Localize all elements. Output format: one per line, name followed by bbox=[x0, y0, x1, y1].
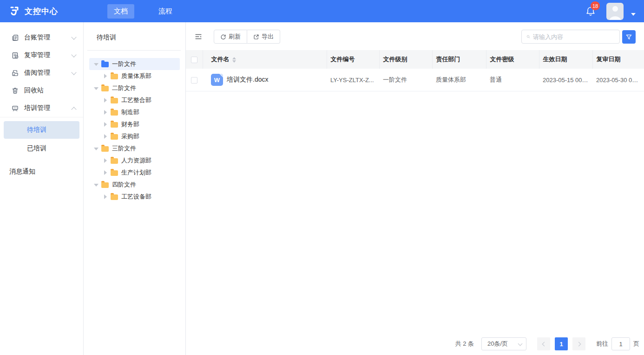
sidebar-item-ledger[interactable]: 台账管理 bbox=[0, 29, 83, 46]
top-nav: 文档 流程 bbox=[107, 4, 179, 19]
tree-node-label: 一阶文件 bbox=[112, 60, 136, 68]
caret-right-icon[interactable] bbox=[103, 134, 108, 139]
user-avatar[interactable] bbox=[606, 3, 624, 20]
user-menu-caret-icon[interactable] bbox=[631, 13, 636, 16]
tree-node-label: 工艺整合部 bbox=[121, 96, 151, 104]
tree-node-department[interactable]: 财务部 bbox=[89, 118, 180, 130]
folder-icon bbox=[101, 86, 109, 91]
page-size-select[interactable]: 20条/页 bbox=[481, 337, 526, 350]
tree-node-department[interactable]: 生产计划部 bbox=[89, 167, 180, 179]
folder-icon bbox=[111, 134, 118, 140]
caret-right-icon[interactable] bbox=[103, 74, 108, 78]
collapse-panel-icon[interactable] bbox=[194, 32, 203, 41]
row-checkbox[interactable] bbox=[191, 77, 197, 84]
column-header-file-no: 文件编号 bbox=[327, 50, 379, 69]
sidebar-item-notifications[interactable]: 消息通知 bbox=[0, 163, 83, 181]
caret-down-icon[interactable] bbox=[94, 86, 99, 90]
tree-node-label: 工艺设备部 bbox=[121, 193, 151, 201]
column-header-file-level: 文件级别 bbox=[379, 50, 432, 69]
folder-icon bbox=[111, 110, 118, 116]
chevron-down-icon bbox=[72, 53, 77, 58]
tree-node-department[interactable]: 工艺整合部 bbox=[89, 94, 180, 106]
search-icon bbox=[526, 33, 530, 40]
main-content: 刷新 导出 bbox=[186, 22, 644, 355]
tree-panel-title: 待培训 bbox=[84, 33, 185, 42]
tree-node-label: 三阶文件 bbox=[112, 144, 136, 153]
prev-page-button[interactable] bbox=[537, 337, 550, 350]
refresh-button[interactable]: 刷新 bbox=[214, 30, 247, 44]
sidebar-item-label: 培训管理 bbox=[24, 104, 72, 112]
app-logo: 文控中心 bbox=[8, 5, 94, 17]
caret-right-icon[interactable] bbox=[103, 122, 108, 127]
trash-icon bbox=[11, 87, 19, 95]
word-file-icon: W bbox=[211, 74, 223, 86]
sidebar: 台账管理 复审管理 借阅管理 bbox=[0, 22, 84, 355]
sidebar-item-label: 回收站 bbox=[24, 86, 77, 95]
submenu-item-completed-training[interactable]: 已培训 bbox=[4, 140, 79, 157]
tree-node-department[interactable]: 质量体系部 bbox=[89, 70, 180, 82]
folder-icon bbox=[111, 158, 118, 164]
folder-icon bbox=[101, 146, 109, 152]
caret-right-icon[interactable] bbox=[103, 170, 108, 175]
tab-workflow[interactable]: 流程 bbox=[152, 4, 179, 19]
tree-node-department[interactable]: 制造部 bbox=[89, 106, 180, 118]
tree-node-level2[interactable]: 二阶文件 bbox=[89, 82, 180, 94]
filter-button[interactable] bbox=[622, 30, 636, 44]
sidebar-item-training[interactable]: 培训管理 bbox=[0, 99, 83, 117]
goto-page-input[interactable] bbox=[611, 337, 630, 350]
select-all-checkbox[interactable] bbox=[191, 57, 197, 63]
tree-node-level1[interactable]: 一阶文件 bbox=[89, 58, 180, 70]
sidebar-item-recycle-bin[interactable]: 回收站 bbox=[0, 82, 83, 99]
caret-right-icon[interactable] bbox=[103, 158, 108, 163]
tree-node-level4[interactable]: 四阶文件 bbox=[89, 179, 180, 191]
submenu-item-pending-training[interactable]: 待培训 bbox=[4, 121, 79, 139]
caret-down-icon[interactable] bbox=[94, 146, 99, 151]
notification-bell[interactable]: 18 bbox=[585, 5, 596, 17]
chevron-down-icon bbox=[519, 342, 522, 346]
caret-down-icon[interactable] bbox=[94, 62, 99, 66]
sidebar-item-borrow[interactable]: 借阅管理 bbox=[0, 64, 83, 82]
sort-icon[interactable] bbox=[232, 57, 236, 63]
file-name-link[interactable]: 培训文件.docx bbox=[227, 76, 268, 84]
column-header-file-name[interactable]: 文件名 bbox=[203, 50, 327, 69]
tree-node-department[interactable]: 工艺设备部 bbox=[89, 191, 180, 203]
tree-node-level3[interactable]: 三阶文件 bbox=[89, 142, 180, 155]
caret-right-icon[interactable] bbox=[103, 98, 108, 103]
folder-icon bbox=[101, 182, 109, 188]
tree-node-department[interactable]: 人力资源部 bbox=[89, 155, 180, 167]
cell-security: 普通 bbox=[486, 69, 539, 91]
sidebar-item-review[interactable]: 复审管理 bbox=[0, 46, 83, 64]
documents-table: 文件名 文件编号 文件级别 责任部门 文件密级 生效日期 复审日期 W bbox=[186, 50, 644, 91]
current-page-button[interactable]: 1 bbox=[555, 337, 568, 350]
folder-icon bbox=[111, 194, 118, 200]
export-icon bbox=[253, 34, 259, 40]
next-page-button[interactable] bbox=[572, 337, 585, 350]
search-box bbox=[521, 30, 620, 44]
borrow-icon bbox=[11, 69, 19, 77]
tree-node-department[interactable]: 采购部 bbox=[89, 130, 180, 142]
tab-documents[interactable]: 文档 bbox=[107, 4, 134, 19]
cell-file-no: LY-YS-ZLTX-Z... bbox=[327, 69, 379, 91]
refresh-icon bbox=[220, 34, 226, 40]
chevron-right-icon bbox=[577, 342, 581, 346]
table-row[interactable]: W 培训文件.docx LY-YS-ZLTX-Z... 一阶文件 质量体系部 普… bbox=[186, 69, 644, 91]
notification-badge: 18 bbox=[591, 1, 600, 10]
refresh-button-label: 刷新 bbox=[229, 32, 241, 41]
tree-node-label: 人力资源部 bbox=[121, 156, 151, 165]
folder-icon bbox=[111, 170, 118, 176]
folder-icon bbox=[101, 62, 109, 67]
logo-icon bbox=[8, 5, 20, 17]
training-icon bbox=[11, 104, 19, 112]
folder-tree-panel: 待培训 一阶文件 质量体系部 二阶文件 工艺整合部 制造部 bbox=[84, 22, 186, 355]
caret-down-icon[interactable] bbox=[94, 182, 99, 187]
goto-label: 前往 bbox=[596, 340, 608, 348]
export-button[interactable]: 导出 bbox=[247, 30, 280, 44]
folder-icon bbox=[111, 122, 118, 128]
cell-effective-date: 2023-05-15 00:... bbox=[539, 69, 592, 91]
goto-unit: 页 bbox=[633, 340, 639, 348]
caret-right-icon[interactable] bbox=[103, 110, 108, 115]
folder-icon bbox=[111, 74, 118, 79]
divider bbox=[87, 50, 181, 51]
caret-right-icon[interactable] bbox=[103, 194, 108, 199]
search-input[interactable] bbox=[533, 33, 615, 40]
